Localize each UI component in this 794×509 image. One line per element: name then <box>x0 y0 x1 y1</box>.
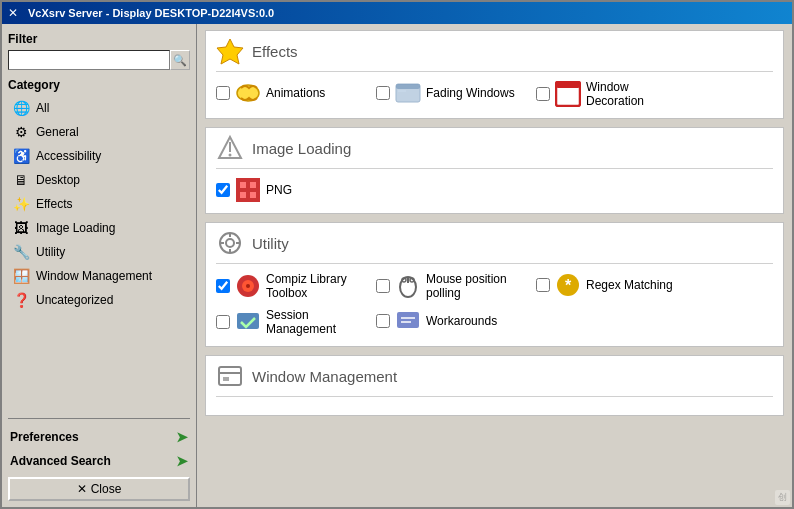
sidebar-item-window-management[interactable]: 🪟Window Management <box>8 264 190 288</box>
cat-icon-accessibility: ♿ <box>12 147 30 165</box>
sidebar-item-accessibility[interactable]: ♿Accessibility <box>8 144 190 168</box>
svg-point-23 <box>246 284 250 288</box>
cat-label-image-loading: Image Loading <box>36 221 115 235</box>
item-window-decoration: Window Decoration <box>536 80 676 108</box>
section-title-window-management: Window Management <box>252 368 397 385</box>
item-png: PNG <box>216 177 356 203</box>
item-icon-mouse-position-polling <box>395 273 421 299</box>
item-label-fading-windows[interactable]: Fading Windows <box>426 86 515 100</box>
sidebar-item-utility[interactable]: 🔧Utility <box>8 240 190 264</box>
svg-rect-36 <box>223 377 229 381</box>
section-header-utility: Utility <box>216 229 773 264</box>
section-image-loading: Image Loading PNG <box>205 127 784 214</box>
svg-rect-4 <box>398 90 406 92</box>
item-label-session-management[interactable]: Session Management <box>266 308 336 336</box>
close-label: Close <box>91 482 122 496</box>
close-x-icon: ✕ <box>77 482 87 496</box>
sidebar-item-uncategorized[interactable]: ❓Uncategorized <box>8 288 190 312</box>
cat-icon-image-loading: 🖼 <box>12 219 30 237</box>
checkbox-session-management[interactable] <box>216 315 230 329</box>
item-label-compiz-library-toolbox[interactable]: Compiz Library Toolbox <box>266 272 347 300</box>
sidebar-item-general[interactable]: ⚙General <box>8 120 190 144</box>
svg-rect-14 <box>250 192 256 198</box>
cat-icon-utility: 🔧 <box>12 243 30 261</box>
filter-label: Filter <box>8 32 190 46</box>
category-list: 🌐All⚙General♿Accessibility🖥Desktop✨Effec… <box>8 96 190 414</box>
preferences-label: Preferences <box>10 430 79 444</box>
filter-button[interactable]: 🔍 <box>170 50 190 70</box>
item-compiz-library-toolbox: Compiz Library Toolbox <box>216 272 356 300</box>
item-label-window-decoration[interactable]: Window Decoration <box>586 80 644 108</box>
cat-label-all: All <box>36 101 49 115</box>
checkbox-window-decoration[interactable] <box>536 87 550 101</box>
checkbox-regex-matching[interactable] <box>536 278 550 292</box>
svg-rect-12 <box>250 182 256 188</box>
section-utility: Utility Compiz Library ToolboxMouse posi… <box>205 222 784 347</box>
section-window-management: Window Management <box>205 355 784 416</box>
svg-point-26 <box>402 278 406 282</box>
cat-icon-window-management: 🪟 <box>12 267 30 285</box>
sidebar-item-effects[interactable]: ✨Effects <box>8 192 190 216</box>
item-icon-window-decoration <box>555 81 581 107</box>
svg-rect-6 <box>556 82 580 88</box>
preferences-arrow-icon: ➤ <box>176 429 188 445</box>
section-icon-image-loading <box>216 134 244 162</box>
item-regex-matching: *Regex Matching <box>536 272 676 298</box>
item-icon-regex-matching: * <box>555 272 581 298</box>
section-title-effects: Effects <box>252 43 298 60</box>
cat-label-window-management: Window Management <box>36 269 152 283</box>
svg-point-16 <box>226 239 234 247</box>
svg-text:*: * <box>565 277 572 294</box>
section-icon-window-management <box>216 362 244 390</box>
item-session-management: Session Management <box>216 308 356 336</box>
svg-point-9 <box>229 154 232 157</box>
item-label-regex-matching[interactable]: Regex Matching <box>586 278 673 292</box>
window-title: VcXsrv Server - Display DESKTOP-D22I4VS:… <box>28 7 786 19</box>
section-icon-effects <box>216 37 244 65</box>
svg-rect-3 <box>396 84 420 89</box>
section-title-image-loading: Image Loading <box>252 140 351 157</box>
svg-rect-10 <box>236 178 260 202</box>
sidebar-item-all[interactable]: 🌐All <box>8 96 190 120</box>
preferences-action[interactable]: Preferences ➤ <box>8 425 190 449</box>
filter-input[interactable] <box>8 50 170 70</box>
section-header-image-loading: Image Loading <box>216 134 773 169</box>
main-content: Effects AnimationsFading WindowsWindow D… <box>197 24 792 507</box>
cat-label-uncategorized: Uncategorized <box>36 293 113 307</box>
item-label-mouse-position-polling[interactable]: Mouse position polling <box>426 272 507 300</box>
item-workarounds: Workarounds <box>376 308 516 334</box>
advanced-search-arrow-icon: ➤ <box>176 453 188 469</box>
checkbox-workarounds[interactable] <box>376 314 390 328</box>
item-mouse-position-polling: Mouse position polling <box>376 272 516 300</box>
sidebar-bottom: Preferences ➤ Advanced Search ➤ ✕ Close <box>8 418 190 501</box>
item-animations: Animations <box>216 80 356 106</box>
advanced-search-action[interactable]: Advanced Search ➤ <box>8 449 190 473</box>
svg-point-27 <box>410 278 414 282</box>
checkbox-fading-windows[interactable] <box>376 86 390 100</box>
section-header-window-management: Window Management <box>216 362 773 397</box>
checkbox-animations[interactable] <box>216 86 230 100</box>
item-icon-session-management <box>235 309 261 335</box>
cat-label-accessibility: Accessibility <box>36 149 101 163</box>
item-icon-compiz-library-toolbox <box>235 273 261 299</box>
app-icon: ✕ <box>8 6 22 20</box>
svg-rect-31 <box>397 312 419 328</box>
checkbox-compiz-library-toolbox[interactable] <box>216 279 230 293</box>
cat-icon-all: 🌐 <box>12 99 30 117</box>
advanced-search-label: Advanced Search <box>10 454 111 468</box>
item-label-animations[interactable]: Animations <box>266 86 325 100</box>
close-button[interactable]: ✕ Close <box>8 477 190 501</box>
sidebar: Filter 🔍 Category 🌐All⚙General♿Accessibi… <box>2 24 197 507</box>
svg-rect-11 <box>240 182 246 188</box>
checkbox-mouse-position-polling[interactable] <box>376 279 390 293</box>
item-label-png[interactable]: PNG <box>266 183 292 197</box>
checkbox-png[interactable] <box>216 183 230 197</box>
sidebar-item-image-loading[interactable]: 🖼Image Loading <box>8 216 190 240</box>
item-fading-windows: Fading Windows <box>376 80 516 106</box>
section-items-image-loading: PNG <box>216 177 773 203</box>
sidebar-item-desktop[interactable]: 🖥Desktop <box>8 168 190 192</box>
item-label-workarounds[interactable]: Workarounds <box>426 314 497 328</box>
cat-icon-effects: ✨ <box>12 195 30 213</box>
cat-label-general: General <box>36 125 79 139</box>
titlebar: ✕ VcXsrv Server - Display DESKTOP-D22I4V… <box>2 2 792 24</box>
